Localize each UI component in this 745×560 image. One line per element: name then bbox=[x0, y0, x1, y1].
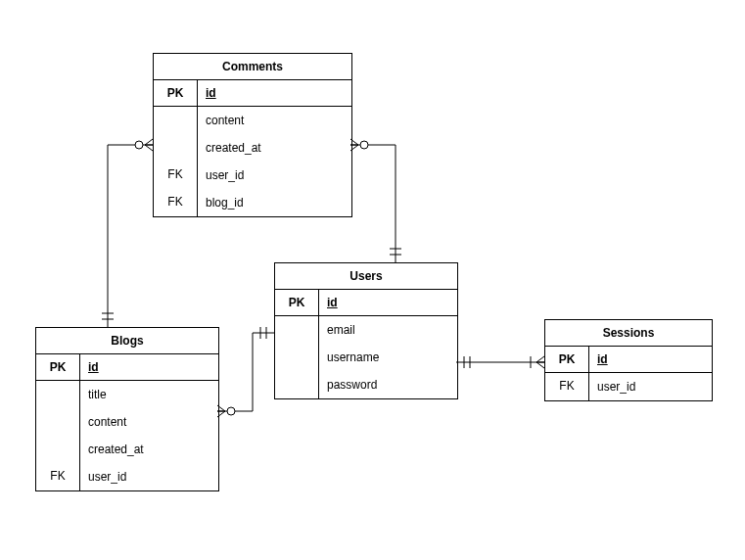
attr-row: email bbox=[275, 316, 457, 344]
pk-row: PK id bbox=[545, 347, 712, 373]
entity-sessions: Sessions PK id FK user_id bbox=[544, 319, 713, 401]
attrs: content created_at FK user_id FK blog_id bbox=[154, 107, 351, 216]
attr-name: title bbox=[80, 381, 218, 408]
attr-key: FK bbox=[545, 373, 589, 400]
attr-key bbox=[154, 107, 198, 134]
attr-row: FK user_id bbox=[36, 463, 218, 490]
svg-point-15 bbox=[227, 407, 235, 415]
svg-line-1 bbox=[145, 145, 153, 151]
svg-line-21 bbox=[536, 362, 544, 368]
attr-name: password bbox=[319, 371, 457, 398]
entity-comments: Comments PK id content created_at FK use… bbox=[153, 53, 352, 217]
attr-row: FK blog_id bbox=[154, 189, 351, 216]
attr-key bbox=[275, 371, 319, 398]
attr-key: FK bbox=[36, 463, 80, 490]
rel-users-sessions bbox=[456, 356, 544, 368]
pk-field: id bbox=[589, 347, 712, 372]
attr-row: username bbox=[275, 344, 457, 371]
entity-blogs: Blogs PK id title content created_at FK … bbox=[35, 327, 219, 491]
attrs: title content created_at FK user_id bbox=[36, 381, 218, 490]
entity-users: Users PK id email username password bbox=[274, 262, 458, 399]
attr-name: user_id bbox=[198, 162, 351, 189]
entity-title: Blogs bbox=[36, 328, 218, 354]
pk-label: PK bbox=[154, 80, 198, 106]
attr-key: FK bbox=[154, 189, 198, 216]
pk-label: PK bbox=[275, 290, 319, 315]
pk-row: PK id bbox=[275, 290, 457, 316]
attr-key bbox=[36, 408, 80, 436]
attr-key: FK bbox=[154, 162, 198, 189]
attr-name: username bbox=[319, 344, 457, 371]
pk-label: PK bbox=[545, 347, 589, 372]
entity-title: Users bbox=[275, 263, 457, 290]
attr-key bbox=[36, 381, 80, 408]
attr-name: created_at bbox=[80, 436, 218, 463]
attr-key bbox=[36, 436, 80, 463]
attr-row: content bbox=[36, 408, 218, 436]
pk-row: PK id bbox=[36, 354, 218, 381]
rel-blogs-users bbox=[217, 327, 274, 417]
attr-name: user_id bbox=[80, 463, 218, 490]
pk-row: PK id bbox=[154, 80, 351, 107]
attr-row: FK user_id bbox=[545, 373, 712, 400]
rel-comments-blogs bbox=[102, 139, 153, 327]
entity-title: Sessions bbox=[545, 320, 712, 347]
svg-line-0 bbox=[145, 139, 153, 145]
attr-name: created_at bbox=[198, 134, 351, 162]
entity-title: Comments bbox=[154, 54, 351, 80]
pk-label: PK bbox=[36, 354, 80, 380]
rel-comments-users bbox=[350, 139, 401, 262]
pk-field: id bbox=[198, 80, 351, 106]
pk-field: id bbox=[80, 354, 218, 380]
svg-line-20 bbox=[536, 356, 544, 362]
attr-row: FK user_id bbox=[154, 162, 351, 189]
attr-row: created_at bbox=[36, 436, 218, 463]
attr-name: blog_id bbox=[198, 189, 351, 216]
svg-point-9 bbox=[360, 141, 368, 149]
attr-key bbox=[154, 134, 198, 162]
attr-row: password bbox=[275, 371, 457, 398]
attr-row: created_at bbox=[154, 134, 351, 162]
attr-name: content bbox=[198, 107, 351, 134]
pk-field: id bbox=[319, 290, 457, 315]
attr-key bbox=[275, 316, 319, 344]
attr-name: user_id bbox=[589, 373, 712, 400]
attr-row: content bbox=[154, 107, 351, 134]
attrs: email username password bbox=[275, 316, 457, 398]
svg-point-3 bbox=[135, 141, 143, 149]
attrs: FK user_id bbox=[545, 373, 712, 400]
attr-key bbox=[275, 344, 319, 371]
attr-row: title bbox=[36, 381, 218, 408]
attr-name: content bbox=[80, 408, 218, 436]
attr-name: email bbox=[319, 316, 457, 344]
